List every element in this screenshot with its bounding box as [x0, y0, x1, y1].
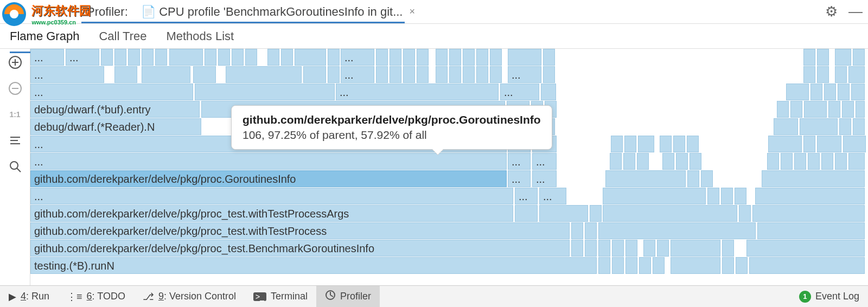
flame-block[interactable]: ...	[539, 188, 566, 204]
flame-block[interactable]	[800, 118, 838, 135]
flame-block[interactable]	[790, 101, 802, 118]
flame-block[interactable]: ...	[500, 84, 539, 100]
flame-block[interactable]	[735, 188, 746, 204]
flame-block[interactable]	[838, 84, 850, 100]
flame-block[interactable]	[803, 66, 815, 83]
flame-block[interactable]	[611, 136, 623, 152]
flame-block[interactable]	[114, 49, 126, 66]
flame-block[interactable]	[839, 118, 851, 135]
flame-block[interactable]	[605, 170, 686, 187]
flame-block[interactable]	[752, 205, 865, 222]
flame-block[interactable]: ...	[341, 66, 374, 83]
flame-block[interactable]	[193, 66, 216, 83]
flame-block[interactable]	[390, 49, 401, 66]
flame-block[interactable]	[303, 66, 326, 83]
fit-icon[interactable]: 1:1	[7, 106, 23, 123]
flame-block[interactable]	[417, 49, 429, 66]
flame-block[interactable]	[101, 49, 113, 66]
flame-block[interactable]	[463, 66, 475, 83]
flame-block[interactable]: ...	[508, 153, 531, 170]
flame-block[interactable]	[376, 49, 388, 66]
flame-block[interactable]: ...	[30, 188, 513, 204]
flame-block[interactable]	[739, 205, 751, 222]
flame-block[interactable]	[722, 240, 734, 257]
flame-block[interactable]	[603, 188, 706, 204]
tab-methods-list[interactable]: Methods List	[166, 25, 234, 48]
flame-block[interactable]	[851, 84, 865, 100]
flame-block[interactable]: ...	[30, 49, 64, 66]
flame-block[interactable]	[676, 153, 688, 170]
flame-block[interactable]	[626, 257, 637, 274]
flame-block[interactable]	[638, 136, 654, 152]
flame-block[interactable]	[835, 49, 851, 66]
flame-block[interactable]: debug/dwarf.(*Reader).N	[30, 118, 201, 135]
flame-block[interactable]	[508, 49, 541, 66]
flame-block[interactable]	[843, 136, 866, 152]
flame-block[interactable]	[267, 49, 279, 66]
flame-block[interactable]	[781, 153, 793, 170]
bottom-todo[interactable]: ⋮≡ 6: TODO	[58, 286, 134, 307]
close-tab-icon[interactable]: ×	[409, 6, 415, 17]
flame-block[interactable]: ...	[598, 240, 610, 257]
flame-block[interactable]	[757, 222, 865, 239]
flame-block[interactable]	[804, 101, 827, 118]
flame-block[interactable]	[824, 84, 836, 100]
flame-block[interactable]	[690, 153, 701, 170]
flame-block[interactable]	[114, 66, 137, 83]
flame-block[interactable]	[856, 101, 865, 118]
flame-block[interactable]	[417, 66, 429, 83]
flame-block[interactable]	[281, 49, 293, 66]
flame-block[interactable]	[295, 49, 326, 66]
flame-block[interactable]	[603, 205, 737, 222]
flame-block[interactable]: ...	[598, 257, 610, 274]
flame-block[interactable]: ...	[515, 188, 538, 204]
flame-block[interactable]	[169, 49, 203, 66]
flame-block[interactable]	[585, 222, 597, 239]
flame-block[interactable]	[767, 153, 779, 170]
flame-block[interactable]	[671, 257, 720, 274]
flame-block[interactable]	[643, 240, 655, 257]
bottom-terminal[interactable]: >_ Terminal	[245, 286, 316, 307]
flame-block[interactable]	[195, 84, 335, 100]
flame-block[interactable]	[623, 153, 635, 170]
flame-block[interactable]	[853, 118, 865, 135]
flame-block[interactable]	[571, 240, 583, 257]
flame-block[interactable]	[707, 188, 719, 204]
flame-block[interactable]	[639, 257, 651, 274]
flame-block[interactable]: ...	[30, 84, 193, 100]
flame-block[interactable]	[463, 49, 475, 66]
flame-block[interactable]: testing.(*B).runN	[30, 257, 597, 274]
flame-block[interactable]: ...	[508, 66, 541, 83]
flame-block[interactable]: ...	[30, 66, 104, 83]
flame-block[interactable]	[218, 49, 230, 66]
tab-flame-graph[interactable]: Flame Graph	[10, 25, 79, 48]
flame-block[interactable]	[328, 66, 340, 83]
flame-block[interactable]	[142, 49, 154, 66]
flame-block[interactable]	[476, 66, 488, 83]
flame-block[interactable]	[541, 84, 556, 100]
minimize-icon[interactable]: —	[848, 3, 863, 20]
flame-block[interactable]	[848, 66, 865, 83]
flame-block[interactable]	[128, 49, 140, 66]
flame-block[interactable]	[376, 66, 388, 83]
flame-block[interactable]: github.com/derekparker/delve/pkg/proc_te…	[30, 205, 513, 222]
search-icon[interactable]	[7, 158, 23, 175]
tab-call-tree[interactable]: Call Tree	[99, 25, 146, 48]
flame-block[interactable]	[835, 66, 847, 83]
flame-block[interactable]	[853, 49, 865, 66]
flame-block[interactable]: ...	[30, 153, 507, 170]
flame-block[interactable]	[736, 257, 748, 274]
flame-block[interactable]	[612, 240, 624, 257]
flame-block[interactable]	[539, 205, 588, 222]
flame-block[interactable]: ...	[532, 170, 557, 187]
flame-block[interactable]	[808, 153, 820, 170]
flame-block[interactable]	[777, 101, 789, 118]
flame-block[interactable]	[653, 257, 665, 274]
flame-block[interactable]	[786, 84, 809, 100]
zoom-out-icon[interactable]	[7, 80, 23, 97]
flame-block[interactable]	[612, 257, 624, 274]
flame-block[interactable]	[817, 66, 829, 83]
flame-block[interactable]	[842, 101, 854, 118]
flame-block[interactable]	[671, 240, 720, 257]
flame-block[interactable]	[749, 257, 865, 274]
